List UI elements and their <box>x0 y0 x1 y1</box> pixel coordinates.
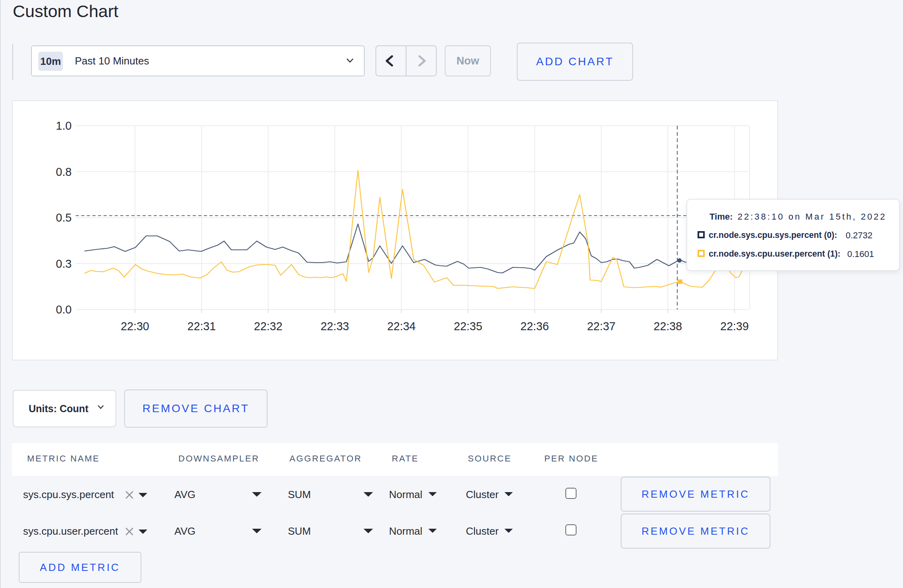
svg-text:22:37: 22:37 <box>587 320 616 333</box>
svg-text:22:34: 22:34 <box>387 320 416 333</box>
svg-text:22:36: 22:36 <box>520 320 549 333</box>
svg-text:1.0: 1.0 <box>56 119 72 132</box>
svg-text:0.3: 0.3 <box>56 257 72 270</box>
svg-text:22:39: 22:39 <box>720 320 749 333</box>
svg-text:0.8: 0.8 <box>56 165 72 178</box>
svg-text:22:33: 22:33 <box>321 320 349 333</box>
svg-text:22:35: 22:35 <box>454 320 483 333</box>
svg-text:22:32: 22:32 <box>254 320 283 333</box>
svg-text:0.0: 0.0 <box>56 303 72 316</box>
svg-text:22:31: 22:31 <box>188 320 216 333</box>
svg-text:22:38: 22:38 <box>654 320 682 333</box>
svg-text:0.5: 0.5 <box>56 211 72 224</box>
svg-text:22:30: 22:30 <box>121 320 149 333</box>
